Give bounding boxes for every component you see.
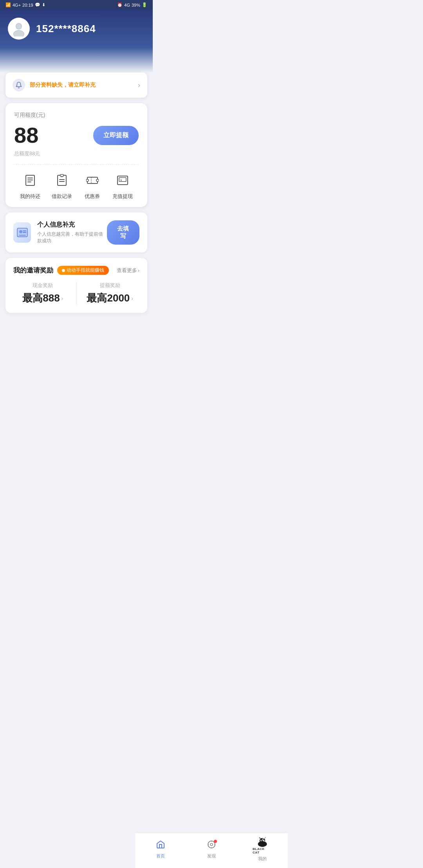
time: 20:19 — [22, 3, 33, 7]
credit-amount: 88 — [14, 124, 38, 146]
cash-reward-value: 最高888 — [22, 291, 60, 305]
credit-amount-row: 88 立即提额 — [14, 124, 139, 146]
cash-reward-label: 现金奖励 — [33, 282, 53, 289]
network-icon: 4G — [124, 3, 130, 7]
action-pending-label: 我的待还 — [20, 193, 40, 200]
notification-text: 部分资料缺失，请立即补充 — [30, 82, 96, 89]
credit-total: 总额度88元 — [14, 150, 139, 157]
invite-title-wrap: 我的邀请奖励 动动手指就能赚钱 — [13, 266, 109, 275]
signal-text: 4G+ — [13, 3, 21, 7]
invite-tag: 动动手指就能赚钱 — [57, 266, 109, 275]
credit-label: 可用额度(元) — [14, 112, 139, 119]
svg-text:¥: ¥ — [120, 178, 122, 182]
avatar[interactable] — [8, 18, 30, 40]
info-text: 个人信息补充 个人信息越完善，有助于提前借款成功 — [37, 221, 107, 244]
svg-rect-9 — [60, 174, 63, 176]
alarm-icon: ⏰ — [117, 2, 123, 7]
invite-title: 我的邀请奖励 — [13, 266, 53, 275]
limit-reward-arrow: › — [131, 295, 133, 301]
action-coupons-label: 优惠券 — [85, 193, 100, 200]
invite-section: 我的邀请奖励 动动手指就能赚钱 查看更多 › 现金奖励 最高888 › — [5, 258, 147, 313]
limit-reward-row: 最高2000 › — [87, 291, 133, 305]
status-right: ⏰ 4G 39% 🔋 — [117, 2, 147, 7]
action-records-label: 借款记录 — [52, 193, 72, 200]
status-left: 📶 4G+ 20:19 💬 ⬇ — [5, 2, 45, 7]
info-subtitle: 个人信息越完善，有助于提前借款成功 — [37, 231, 107, 244]
notif-highlight: 请立即补充 — [68, 82, 96, 88]
download-icon: ⬇ — [42, 2, 45, 7]
action-recharge[interactable]: ¥ 充值提现 — [112, 172, 133, 200]
pending-icon — [22, 172, 39, 189]
tag-text: 动动手指就能赚钱 — [67, 267, 104, 274]
boost-button[interactable]: 立即提额 — [93, 126, 139, 145]
action-pending[interactable]: 我的待还 — [20, 172, 40, 200]
invite-rewards: 现金奖励 最高888 › 提额奖励 最高2000 › — [13, 282, 139, 305]
coupons-icon — [84, 172, 101, 189]
info-title: 个人信息补充 — [37, 221, 107, 229]
svg-point-2 — [16, 24, 22, 29]
limit-reward[interactable]: 提额奖励 最高2000 › — [81, 282, 140, 305]
status-bar: 📶 4G+ 20:19 💬 ⬇ ⏰ 4G 39% 🔋 — [0, 0, 153, 10]
info-icon — [13, 222, 31, 243]
user-info-section: 152****8864 — [8, 18, 145, 47]
notif-prefix: 部分资料缺失， — [30, 82, 68, 88]
header-background: 152****8864 — [0, 10, 153, 73]
records-icon — [53, 172, 70, 189]
notif-left: 部分资料缺失，请立即补充 — [13, 79, 96, 91]
fill-button[interactable]: 去填写 — [107, 220, 139, 245]
signal-icon: 📶 — [5, 2, 11, 7]
notification-icon — [13, 79, 25, 91]
limit-reward-label: 提额奖励 — [100, 282, 120, 289]
action-records[interactable]: 借款记录 — [52, 172, 72, 200]
invite-more[interactable]: 查看更多 › — [117, 267, 139, 274]
main-content: 部分资料缺失，请立即补充 › 可用额度(元) 88 立即提额 总额度88元 — [0, 73, 153, 350]
quick-actions: 我的待还 借款记录 — [14, 165, 139, 207]
wechat-icon: 💬 — [35, 2, 40, 7]
credit-card: 可用额度(元) 88 立即提额 总额度88元 我的待还 — [5, 103, 147, 207]
invite-more-arrow: › — [138, 267, 139, 273]
svg-rect-12 — [87, 177, 98, 183]
notification-arrow: › — [138, 81, 140, 89]
svg-point-14 — [96, 179, 99, 182]
tag-dot — [62, 269, 65, 272]
notification-bar[interactable]: 部分资料缺失，请立即补充 › — [5, 73, 147, 98]
cash-reward-row: 最高888 › — [22, 291, 63, 305]
recharge-icon: ¥ — [114, 172, 131, 189]
battery-text: 39% — [132, 3, 140, 7]
info-left: 个人信息补充 个人信息越完善，有助于提前借款成功 — [13, 221, 107, 244]
svg-point-13 — [86, 179, 89, 182]
cash-reward[interactable]: 现金奖励 最高888 › — [13, 282, 72, 305]
cash-reward-arrow: › — [61, 295, 63, 301]
battery-icon: 🔋 — [142, 2, 147, 7]
info-card: 个人信息补充 个人信息越完善，有助于提前借款成功 去填写 — [5, 212, 147, 252]
invite-more-label: 查看更多 — [117, 267, 137, 274]
invite-header: 我的邀请奖励 动动手指就能赚钱 查看更多 › — [13, 266, 139, 275]
action-recharge-label: 充值提现 — [112, 193, 133, 200]
limit-reward-value: 最高2000 — [87, 291, 130, 305]
action-coupons[interactable]: 优惠券 — [84, 172, 101, 200]
svg-point-21 — [19, 230, 22, 233]
user-phone: 152****8864 — [36, 23, 96, 35]
reward-divider — [76, 282, 77, 305]
